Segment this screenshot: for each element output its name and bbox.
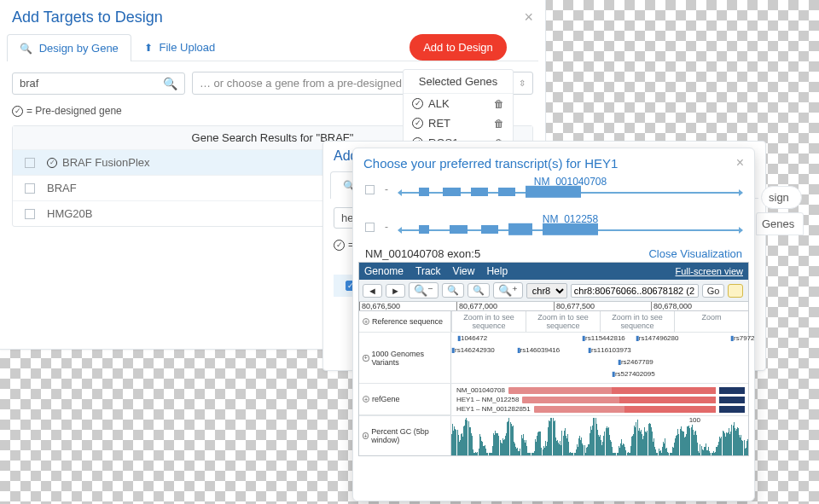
gc-axis-100: 100: [689, 416, 700, 424]
zoom-msg: Zoom in to see sequence: [600, 311, 674, 332]
location-input[interactable]: [571, 284, 699, 298]
row-checkbox[interactable]: [25, 209, 35, 219]
result-name: BRAF FusionPlex: [62, 156, 150, 169]
nav-fwd-button[interactable]: ►: [386, 284, 405, 298]
gene-name: RET: [428, 117, 450, 130]
track-percent-gc: +Percent GC (5bp window) 100: [359, 416, 748, 455]
variant-id: rs2467789: [621, 358, 653, 366]
gb-toolbar: ◄ ► 🔍⁻ 🔍 🔍 🔍⁺ chr8 Go: [359, 280, 748, 302]
track-label-text: Reference sequence: [372, 317, 443, 326]
gb-fullscreen-link[interactable]: Full-screen view: [676, 266, 743, 276]
transcript-row[interactable]: - NM_001040708: [353, 174, 754, 205]
check-circle-icon: [412, 98, 423, 109]
track-refgene: +refGene NM_001040708 HEY1 – NM_012258 H…: [359, 384, 748, 416]
check-circle-icon: [412, 118, 423, 129]
gc-histogram: 100: [451, 416, 748, 455]
row-checkbox[interactable]: [25, 158, 35, 168]
variant-id: rs527402095: [615, 370, 655, 378]
ruler-tick: 80,677,500: [554, 302, 651, 310]
tab-label: Design by Gene: [39, 42, 119, 55]
panel-title: Add Targets to Design: [12, 9, 163, 26]
legend-text: = Pre-designed gene: [26, 105, 122, 117]
search-icon: 🔍: [20, 43, 32, 55]
add-to-design-button[interactable]: Add to Design: [410, 34, 507, 61]
zoom-msg: Zoom: [674, 311, 748, 332]
viz-context-label: NM_001040708 exon:5: [365, 247, 480, 260]
gb-menu-view[interactable]: View: [453, 265, 475, 277]
transcript-checkbox[interactable]: [365, 185, 375, 194]
ruler-tick: 80,677,000: [456, 302, 554, 310]
refgene-id: HEY1 – NM_012258: [456, 396, 519, 403]
track-toggle-icon[interactable]: +: [363, 396, 369, 403]
gene-search-input[interactable]: [20, 77, 163, 90]
refgene-id: NM_001040708: [456, 386, 505, 394]
close-icon[interactable]: ×: [524, 9, 533, 26]
track-1000-genomes: +1000 Genomes Variants ▮1046472 ▮rs11544…: [359, 333, 748, 384]
zoom-out-big-icon[interactable]: 🔍⁻: [409, 282, 439, 298]
ruler-tick: 80,678,000: [651, 302, 748, 310]
row-checkbox[interactable]: [25, 183, 35, 194]
track-label-text: refGene: [372, 395, 400, 403]
side-box: Add to Design Selected Genes ALK 🗑 RET 🗑…: [403, 34, 514, 154]
tab-file-upload[interactable]: ⬆ File Upload: [131, 33, 228, 61]
chrom-select[interactable]: chr8: [526, 283, 567, 298]
refgene-row: HEY1 – NM_001282851: [453, 404, 719, 414]
variant-id: rs147496280: [639, 334, 679, 342]
gb-menu-help[interactable]: Help: [486, 265, 508, 277]
track-toggle-icon[interactable]: +: [363, 318, 369, 325]
variant-id: rs116103973: [591, 346, 631, 354]
gene-name: ALK: [428, 97, 450, 110]
track-label-text: 1000 Genomes Variants: [372, 350, 447, 367]
genome-browser: Genome Track View Help Full-screen view …: [358, 262, 749, 456]
check-circle-icon: [47, 158, 57, 168]
track-label-text: Percent GC (5bp window): [371, 427, 447, 444]
track-toggle-icon[interactable]: +: [363, 355, 369, 362]
zoom-msg: Zoom in to see sequence: [526, 311, 600, 332]
refgene-row: HEY1 – NM_012258: [453, 395, 719, 404]
transcript-row[interactable]: - NM_012258: [353, 211, 754, 242]
zoom-out-icon[interactable]: 🔍: [442, 283, 464, 298]
trash-icon[interactable]: 🗑: [494, 98, 504, 110]
close-icon[interactable]: ×: [736, 155, 744, 171]
tab-label: File Upload: [159, 41, 215, 54]
close-visualization-link[interactable]: Close Visualization: [648, 247, 742, 260]
refgene-row: NM_001040708: [453, 385, 719, 395]
zoom-in-big-icon[interactable]: 🔍⁺: [493, 282, 523, 298]
track-toggle-icon[interactable]: +: [363, 432, 369, 439]
gb-menubar: Genome Track View Help Full-screen view: [359, 263, 748, 280]
result-name: HMG20B: [47, 207, 92, 220]
go-button[interactable]: Go: [702, 284, 725, 298]
highlight-icon[interactable]: [728, 284, 743, 298]
strand-indicator: -: [385, 183, 388, 195]
strand-indicator: -: [385, 221, 388, 233]
gb-menu-track[interactable]: Track: [415, 265, 441, 277]
transcript-checkbox[interactable]: [365, 223, 375, 232]
zoom-msg: Zoom in to see sequence: [451, 311, 526, 332]
check-circle-icon: [12, 106, 23, 117]
transcript-diagram: NM_001040708: [398, 177, 742, 201]
gb-menu-genome[interactable]: Genome: [364, 265, 404, 277]
peek-selected-genes: Genes: [756, 212, 804, 235]
selected-genes-header: Selected Genes: [404, 70, 513, 94]
search-icon[interactable]: 🔍: [163, 77, 177, 90]
track-reference-sequence: +Reference sequence Zoom in to see seque…: [359, 311, 748, 333]
result-name: BRAF: [47, 182, 77, 194]
peek-design-button[interactable]: sign: [761, 186, 802, 209]
selected-gene-row: RET 🗑: [404, 113, 513, 133]
chevron-updown-icon: ⇳: [519, 78, 526, 88]
gb-ruler: 80,676,500 80,677,000 80,677,500 80,678,…: [359, 302, 748, 311]
trash-icon[interactable]: 🗑: [494, 118, 504, 130]
check-circle-icon: [334, 240, 345, 251]
upload-icon: ⬆: [144, 42, 153, 54]
ruler-tick: 80,676,500: [359, 302, 456, 310]
transcript-modal: Choose your preferred transcript(s) for …: [352, 148, 755, 501]
nav-back-button[interactable]: ◄: [363, 284, 382, 298]
zoom-in-icon[interactable]: 🔍: [468, 283, 490, 298]
variant-id: rs7972: [734, 334, 754, 342]
selected-gene-row: ALK 🗑: [404, 94, 513, 113]
variant-id: 1046472: [461, 334, 487, 342]
variant-id: rs115442816: [585, 334, 625, 342]
modal-title: Choose your preferred transcript(s) for …: [363, 156, 618, 171]
tab-design-by-gene[interactable]: 🔍 Design by Gene: [7, 34, 131, 61]
gene-search-input-wrap[interactable]: 🔍: [12, 72, 185, 95]
